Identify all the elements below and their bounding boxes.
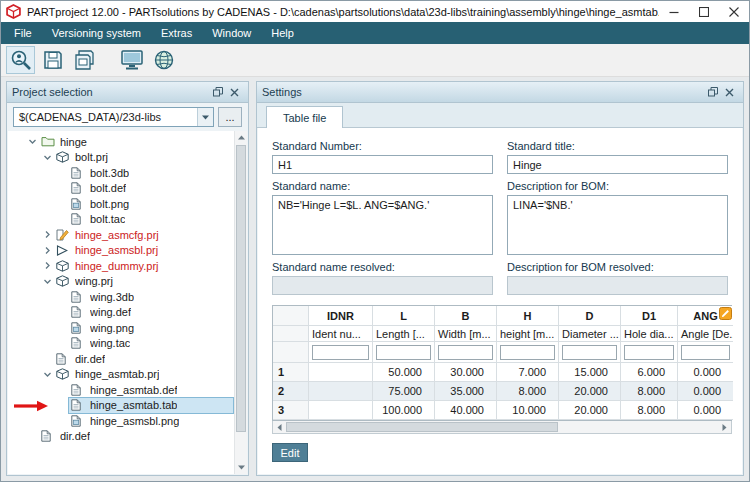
menu-extras[interactable]: Extras	[151, 22, 202, 44]
tree-item-body[interactable]: bolt.def	[69, 181, 233, 196]
chevron-down-icon[interactable]	[41, 276, 54, 287]
column-header-D[interactable]: D	[559, 306, 621, 326]
scroll-right-icon[interactable]	[718, 421, 731, 433]
tree-scrollbar-thumb[interactable]	[236, 145, 246, 432]
tree-item-body[interactable]: hinge_asmtab.tab	[69, 398, 233, 413]
tree-item-bolt-3db[interactable]: bolt.3db	[8, 165, 233, 181]
tree-item-body[interactable]: hinge_dummy.prj	[54, 258, 233, 273]
close-panel-icon[interactable]	[721, 84, 738, 101]
menu-window[interactable]: Window	[202, 22, 261, 44]
filter-input-D[interactable]	[562, 345, 617, 360]
cell-L-row3[interactable]: 100.000	[373, 401, 435, 420]
web-catalog-icon[interactable]	[149, 46, 178, 74]
scroll-left-icon[interactable]	[273, 421, 286, 433]
standard-name-field[interactable]: NB='Hinge L=$L. ANG=$ANG.'	[272, 195, 493, 255]
tree-item-bolt-tac[interactable]: bolt.tac	[8, 212, 233, 228]
filter-input-IDNR[interactable]	[312, 345, 369, 360]
chevron-right-icon[interactable]	[41, 245, 54, 256]
tree-item-wing-png[interactable]: wing.png	[8, 320, 233, 336]
edit-column-icon[interactable]	[719, 307, 732, 320]
chevron-down-icon[interactable]	[197, 108, 213, 126]
tree-item-body[interactable]: hinge	[39, 134, 233, 149]
menu-versioning-system[interactable]: Versioning system	[42, 22, 151, 44]
tree-item-hinge-asmtab-def[interactable]: hinge_asmtab.def	[8, 382, 233, 398]
tree-item-body[interactable]: hinge_asmsbl.prj	[54, 243, 233, 258]
tree-item-body[interactable]: bolt.tac	[69, 212, 233, 227]
tree-item-body[interactable]: wing.def	[69, 305, 233, 320]
column-header-D1[interactable]: D1	[621, 306, 678, 326]
cell-B-row3[interactable]: 40.000	[435, 401, 497, 420]
tree-item-hinge-asmcfg-prj[interactable]: hinge_asmcfg.prj	[8, 227, 233, 243]
cell-IDNR-row3[interactable]	[309, 401, 373, 420]
edit-button[interactable]: Edit	[272, 443, 308, 462]
cell-IDNR-row2[interactable]	[309, 382, 373, 401]
standard-title-field[interactable]: Hinge	[507, 155, 728, 174]
column-header-H[interactable]: H	[497, 306, 559, 326]
standard-number-field[interactable]: H1	[272, 155, 493, 174]
tree-item-hinge-asmsbl-prj[interactable]: hinge_asmsbl.prj	[8, 243, 233, 259]
tree-item-body[interactable]: bolt.png	[69, 196, 233, 211]
table-scrollbar-track[interactable]	[286, 421, 718, 433]
tree-item-body[interactable]: bolt.3db	[69, 165, 233, 180]
column-header-L[interactable]: L	[373, 306, 435, 326]
tree-item-body[interactable]: wing.3db	[69, 289, 233, 304]
tree-item-bolt-png[interactable]: bolt.png	[8, 196, 233, 212]
tree-item-bolt-def[interactable]: bolt.def	[8, 181, 233, 197]
filter-input-ANG[interactable]	[681, 345, 730, 360]
scroll-down-icon[interactable]	[235, 461, 247, 474]
tree-item-dir-def[interactable]: dir.def	[8, 429, 233, 445]
filter-input-L[interactable]	[376, 345, 431, 360]
cell-D-row3[interactable]: 20.000	[559, 401, 621, 420]
table-row-1[interactable]: 150.00030.0007.00015.0006.0000.000	[273, 363, 731, 382]
tree-item-body[interactable]: hinge_asmcfg.prj	[54, 227, 233, 242]
save-icon[interactable]	[38, 46, 67, 74]
cell-ANG-row1[interactable]: 0.000	[678, 363, 733, 382]
tree-item-hinge[interactable]: hinge	[8, 134, 233, 150]
table-scrollbar-thumb[interactable]	[286, 422, 558, 432]
tree-item-body[interactable]: wing.prj	[54, 274, 233, 289]
close-button[interactable]	[719, 1, 749, 22]
column-header-IDNR[interactable]: IDNR	[309, 306, 373, 326]
tree-item-body[interactable]: bolt.prj	[54, 150, 233, 165]
tree-item-dir-def[interactable]: dir.def	[8, 351, 233, 367]
chevron-down-icon[interactable]	[41, 152, 54, 163]
browse-button[interactable]: ...	[218, 107, 242, 127]
cell-ANG-row2[interactable]: 0.000	[678, 382, 733, 401]
tree-item-body[interactable]: wing.png	[69, 320, 233, 335]
cell-B-row1[interactable]: 30.000	[435, 363, 497, 382]
save-all-icon[interactable]	[70, 46, 99, 74]
scroll-up-icon[interactable]	[235, 131, 247, 144]
minimize-button[interactable]	[659, 1, 689, 22]
tab-table-file[interactable]: Table file	[266, 106, 343, 128]
row-number-2[interactable]: 2	[273, 382, 309, 401]
cell-L-row1[interactable]: 50.000	[373, 363, 435, 382]
chevron-right-icon[interactable]	[41, 260, 54, 271]
close-panel-icon[interactable]	[226, 84, 243, 101]
filter-input-D1[interactable]	[624, 345, 674, 360]
row-number-1[interactable]: 1	[273, 363, 309, 382]
configuration-icon[interactable]	[117, 46, 146, 74]
cell-H-row3[interactable]: 10.000	[497, 401, 559, 420]
tree-item-body[interactable]: hinge_asmsbl.png	[69, 413, 233, 428]
float-panel-icon[interactable]	[704, 84, 721, 101]
tree-item-wing-def[interactable]: wing.def	[8, 305, 233, 321]
tree-item-body[interactable]: hinge_asmtab.prj	[54, 367, 233, 382]
project-selection-icon[interactable]	[6, 46, 35, 74]
cell-H-row1[interactable]: 7.000	[497, 363, 559, 382]
table-row-3[interactable]: 3100.00040.00010.00020.0008.0000.000	[273, 401, 731, 420]
bom-description-field[interactable]: LINA='$NB.'	[507, 195, 728, 255]
cell-D1-row1[interactable]: 6.000	[621, 363, 678, 382]
chevron-down-icon[interactable]	[26, 136, 39, 147]
cell-D1-row2[interactable]: 8.000	[621, 382, 678, 401]
tree-item-body[interactable]: dir.def	[39, 429, 233, 444]
tree-item-hinge-dummy-prj[interactable]: hinge_dummy.prj	[8, 258, 233, 274]
float-panel-icon[interactable]	[209, 84, 226, 101]
filter-input-B[interactable]	[438, 345, 493, 360]
column-header-ANG[interactable]: ANG	[678, 306, 733, 326]
tree-item-body[interactable]: hinge_asmtab.def	[69, 382, 233, 397]
tree-item-wing-prj[interactable]: wing.prj	[8, 274, 233, 290]
cell-D-row1[interactable]: 15.000	[559, 363, 621, 382]
tree-item-wing-3db[interactable]: wing.3db	[8, 289, 233, 305]
cell-D-row2[interactable]: 20.000	[559, 382, 621, 401]
menu-help[interactable]: Help	[261, 22, 304, 44]
